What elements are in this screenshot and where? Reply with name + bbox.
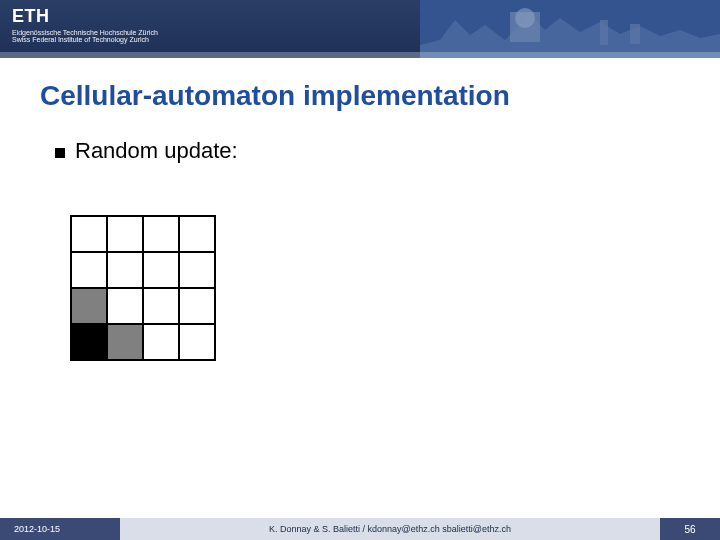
footer: 2012-10-15 K. Donnay & S. Balietti / kdo… — [0, 518, 720, 540]
skyline-graphic — [420, 0, 720, 58]
banner-divider — [0, 52, 720, 58]
automaton-grid — [70, 215, 216, 361]
grid-cell — [179, 324, 215, 360]
grid-cell — [107, 252, 143, 288]
grid-cell — [71, 216, 107, 252]
logo-text: ETH — [12, 6, 158, 27]
logo-subline-2: Swiss Federal Institute of Technology Zu… — [12, 36, 158, 43]
grid-row — [71, 288, 215, 324]
header-banner: ETH Eidgenössische Technische Hochschule… — [0, 0, 720, 58]
footer-credits: K. Donnay & S. Balietti / kdonnay@ethz.c… — [120, 518, 660, 540]
grid-cell — [107, 324, 143, 360]
svg-rect-3 — [600, 20, 608, 45]
grid-row — [71, 324, 215, 360]
bullet-marker — [55, 148, 65, 158]
grid-cell — [179, 216, 215, 252]
logo-block: ETH Eidgenössische Technische Hochschule… — [12, 6, 158, 43]
grid-cell — [143, 288, 179, 324]
grid-cell — [143, 216, 179, 252]
bullet-item: Random update: — [55, 138, 238, 164]
grid-cell — [71, 288, 107, 324]
grid-cell — [71, 324, 107, 360]
footer-date: 2012-10-15 — [0, 518, 120, 540]
grid-row — [71, 252, 215, 288]
grid-cell — [179, 252, 215, 288]
footer-page-number: 56 — [660, 518, 720, 540]
logo-subline-1: Eidgenössische Technische Hochschule Zür… — [12, 29, 158, 36]
bullet-text: Random update: — [75, 138, 238, 164]
grid-cell — [143, 252, 179, 288]
grid-row — [71, 216, 215, 252]
grid-cell — [71, 252, 107, 288]
slide-title: Cellular-automaton implementation — [40, 80, 510, 112]
grid-cell — [143, 324, 179, 360]
grid-cell — [107, 216, 143, 252]
svg-rect-4 — [630, 24, 640, 44]
svg-point-2 — [515, 8, 535, 28]
grid-cell — [107, 288, 143, 324]
grid-cell — [179, 288, 215, 324]
slide: ETH Eidgenössische Technische Hochschule… — [0, 0, 720, 540]
